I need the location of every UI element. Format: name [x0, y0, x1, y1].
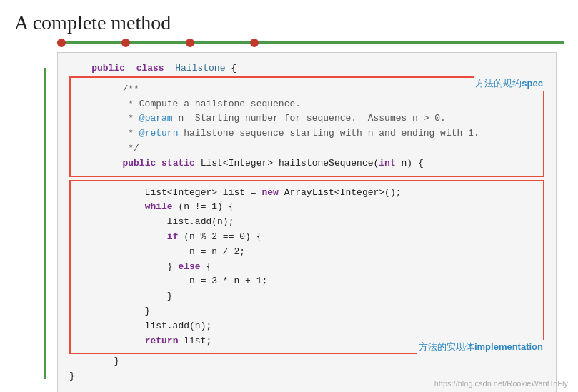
spec-label-cn: 方法的规约 [475, 78, 522, 89]
left-green-bar [44, 68, 46, 379]
impl-line-10: list.add(n); [78, 319, 536, 334]
impl-line-6: } else { [78, 260, 536, 275]
code-area: public class Hailstone { 方法的规约spec /** *… [57, 52, 557, 392]
comment-close: */ [78, 141, 536, 156]
impl-line-5: n = n / 2; [78, 245, 536, 260]
timeline-dot-3 [186, 39, 194, 47]
timeline-dot-1 [57, 39, 66, 47]
at-return: @return [139, 128, 179, 139]
comment-line-4: * @return hailstone sequence starting wi… [78, 126, 536, 141]
at-param: @param [139, 113, 173, 124]
close-method: } [69, 354, 544, 369]
impl-line-4: if (n % 2 == 0) { [78, 230, 536, 245]
kw-class: class [136, 63, 164, 74]
impl-label-cn: 方法的实现体 [419, 341, 474, 352]
impl-line-9: } [78, 304, 536, 319]
comment-open: /** [78, 82, 536, 97]
spec-label: 方法的规约spec [474, 76, 544, 91]
param-text: n Starting number for sequence. Assumes … [173, 113, 446, 124]
timeline-dot-4 [250, 39, 259, 47]
return-text: hailstone sequence starting with n and e… [178, 128, 479, 139]
impl-line-1: List<Integer> list = new ArrayList<Integ… [78, 186, 536, 201]
comment-line-3: * @param n Starting number for sequence.… [78, 111, 536, 126]
watermark: https://blog.csdn.net/RookieWantToFly [434, 379, 568, 388]
class-name: Hailstone [175, 63, 225, 74]
impl-label-en: implementation [474, 341, 543, 352]
page-title: A A complete methodcomplete method [14, 11, 564, 34]
timeline-line [57, 41, 564, 44]
spec-label-en: spec [522, 78, 543, 89]
comment-line-2: * Compute a hailstone sequence. [78, 97, 536, 112]
impl-box: 方法的实现体implementation List<Integer> list … [69, 180, 544, 355]
spec-box: 方法的规约spec /** * Compute a hailstone sequ… [69, 76, 544, 177]
kw-public: public [91, 63, 125, 74]
impl-line-3: list.add(n); [78, 215, 536, 230]
impl-line-7: n = 3 * n + 1; [78, 274, 536, 289]
impl-line-2: while (n != 1) { [78, 200, 536, 215]
timeline-dot-2 [121, 39, 130, 47]
class-header-line: public class Hailstone { [69, 61, 544, 76]
timeline-bar [14, 41, 564, 44]
impl-label: 方法的实现体implementation [417, 340, 544, 355]
method-sig-line: public static List<Integer> hailstoneSeq… [78, 156, 536, 171]
impl-line-8: } [78, 289, 536, 304]
page-container: A A complete methodcomplete method publi… [0, 0, 578, 392]
